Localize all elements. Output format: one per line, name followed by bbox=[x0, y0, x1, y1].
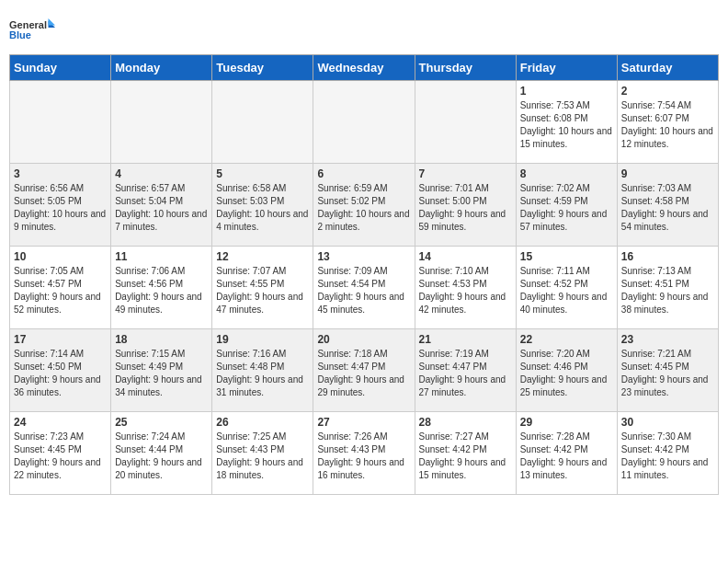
calendar-cell: 19Sunrise: 7:16 AM Sunset: 4:48 PM Dayli… bbox=[212, 329, 313, 412]
day-number: 1 bbox=[520, 85, 613, 98]
calendar-cell bbox=[415, 81, 516, 164]
calendar-cell bbox=[313, 81, 415, 164]
day-info: Sunrise: 7:23 AM Sunset: 4:45 PM Dayligh… bbox=[14, 431, 107, 482]
calendar-cell: 3Sunrise: 6:56 AM Sunset: 5:05 PM Daylig… bbox=[10, 164, 111, 247]
weekday-header-monday: Monday bbox=[111, 55, 212, 81]
calendar-cell: 30Sunrise: 7:30 AM Sunset: 4:42 PM Dayli… bbox=[617, 412, 718, 495]
day-info: Sunrise: 7:13 AM Sunset: 4:51 PM Dayligh… bbox=[621, 265, 714, 316]
weekday-header-saturday: Saturday bbox=[617, 55, 718, 81]
svg-text:Blue: Blue bbox=[9, 29, 31, 40]
calendar-cell: 18Sunrise: 7:15 AM Sunset: 4:49 PM Dayli… bbox=[111, 329, 212, 412]
day-number: 26 bbox=[216, 416, 309, 429]
calendar-cell: 13Sunrise: 7:09 AM Sunset: 4:54 PM Dayli… bbox=[313, 247, 415, 329]
calendar-cell: 21Sunrise: 7:19 AM Sunset: 4:47 PM Dayli… bbox=[415, 329, 516, 412]
calendar-cell: 29Sunrise: 7:28 AM Sunset: 4:42 PM Dayli… bbox=[516, 412, 617, 495]
calendar-cell: 12Sunrise: 7:07 AM Sunset: 4:55 PM Dayli… bbox=[212, 247, 313, 329]
weekday-header-thursday: Thursday bbox=[415, 55, 516, 81]
day-number: 3 bbox=[14, 167, 107, 180]
calendar-table: SundayMondayTuesdayWednesdayThursdayFrid… bbox=[9, 54, 719, 495]
weekday-header-sunday: Sunday bbox=[10, 55, 111, 81]
day-info: Sunrise: 6:57 AM Sunset: 5:04 PM Dayligh… bbox=[115, 182, 208, 234]
calendar-cell: 11Sunrise: 7:06 AM Sunset: 4:56 PM Dayli… bbox=[111, 247, 212, 329]
calendar-cell bbox=[10, 81, 111, 164]
day-number: 6 bbox=[317, 167, 410, 180]
day-info: Sunrise: 6:56 AM Sunset: 5:05 PM Dayligh… bbox=[14, 182, 107, 234]
day-info: Sunrise: 7:01 AM Sunset: 5:00 PM Dayligh… bbox=[419, 182, 512, 234]
day-info: Sunrise: 7:05 AM Sunset: 4:57 PM Dayligh… bbox=[14, 265, 107, 316]
day-number: 8 bbox=[520, 167, 613, 180]
weekday-header-wednesday: Wednesday bbox=[313, 55, 415, 81]
calendar-cell: 27Sunrise: 7:26 AM Sunset: 4:43 PM Dayli… bbox=[313, 412, 415, 495]
calendar-cell bbox=[212, 81, 313, 164]
day-number: 14 bbox=[419, 250, 512, 263]
day-info: Sunrise: 7:06 AM Sunset: 4:56 PM Dayligh… bbox=[115, 265, 208, 316]
calendar-cell: 20Sunrise: 7:18 AM Sunset: 4:47 PM Dayli… bbox=[313, 329, 415, 412]
day-info: Sunrise: 7:11 AM Sunset: 4:52 PM Dayligh… bbox=[520, 265, 613, 316]
day-info: Sunrise: 7:54 AM Sunset: 6:07 PM Dayligh… bbox=[621, 99, 714, 151]
calendar-cell: 22Sunrise: 7:20 AM Sunset: 4:46 PM Dayli… bbox=[516, 329, 617, 412]
day-info: Sunrise: 7:15 AM Sunset: 4:49 PM Dayligh… bbox=[115, 348, 208, 399]
logo-svg: General Blue bbox=[9, 9, 55, 51]
day-number: 18 bbox=[115, 333, 208, 346]
day-number: 10 bbox=[14, 250, 107, 263]
logo: General Blue bbox=[9, 9, 55, 51]
day-info: Sunrise: 7:30 AM Sunset: 4:42 PM Dayligh… bbox=[621, 431, 714, 482]
day-number: 7 bbox=[419, 167, 512, 180]
calendar-cell: 25Sunrise: 7:24 AM Sunset: 4:44 PM Dayli… bbox=[111, 412, 212, 495]
day-number: 15 bbox=[520, 250, 613, 263]
week-row-3: 10Sunrise: 7:05 AM Sunset: 4:57 PM Dayli… bbox=[10, 247, 719, 329]
day-info: Sunrise: 6:58 AM Sunset: 5:03 PM Dayligh… bbox=[216, 182, 309, 234]
day-info: Sunrise: 7:03 AM Sunset: 4:58 PM Dayligh… bbox=[621, 182, 714, 234]
svg-marker-3 bbox=[49, 18, 56, 26]
day-number: 29 bbox=[520, 416, 613, 429]
page-header: General Blue bbox=[9, 9, 719, 51]
day-info: Sunrise: 7:16 AM Sunset: 4:48 PM Dayligh… bbox=[216, 348, 309, 399]
calendar-cell: 17Sunrise: 7:14 AM Sunset: 4:50 PM Dayli… bbox=[10, 329, 111, 412]
week-row-2: 3Sunrise: 6:56 AM Sunset: 5:05 PM Daylig… bbox=[10, 164, 719, 247]
week-row-4: 17Sunrise: 7:14 AM Sunset: 4:50 PM Dayli… bbox=[10, 329, 719, 412]
day-info: Sunrise: 7:24 AM Sunset: 4:44 PM Dayligh… bbox=[115, 431, 208, 482]
day-number: 13 bbox=[317, 250, 410, 263]
day-number: 28 bbox=[419, 416, 512, 429]
calendar-cell: 16Sunrise: 7:13 AM Sunset: 4:51 PM Dayli… bbox=[617, 247, 718, 329]
day-number: 22 bbox=[520, 333, 613, 346]
week-row-5: 24Sunrise: 7:23 AM Sunset: 4:45 PM Dayli… bbox=[10, 412, 719, 495]
day-info: Sunrise: 6:59 AM Sunset: 5:02 PM Dayligh… bbox=[317, 182, 410, 234]
day-number: 5 bbox=[216, 167, 309, 180]
calendar-cell: 10Sunrise: 7:05 AM Sunset: 4:57 PM Dayli… bbox=[10, 247, 111, 329]
day-info: Sunrise: 7:07 AM Sunset: 4:55 PM Dayligh… bbox=[216, 265, 309, 316]
day-number: 20 bbox=[317, 333, 410, 346]
day-info: Sunrise: 7:18 AM Sunset: 4:47 PM Dayligh… bbox=[317, 348, 410, 399]
day-info: Sunrise: 7:27 AM Sunset: 4:42 PM Dayligh… bbox=[419, 431, 512, 482]
weekday-header-tuesday: Tuesday bbox=[212, 55, 313, 81]
day-info: Sunrise: 7:20 AM Sunset: 4:46 PM Dayligh… bbox=[520, 348, 613, 399]
day-number: 11 bbox=[115, 250, 208, 263]
day-info: Sunrise: 7:53 AM Sunset: 6:08 PM Dayligh… bbox=[520, 99, 613, 151]
day-number: 17 bbox=[14, 333, 107, 346]
calendar-cell: 2Sunrise: 7:54 AM Sunset: 6:07 PM Daylig… bbox=[617, 81, 718, 164]
weekday-header-friday: Friday bbox=[516, 55, 617, 81]
calendar-cell: 23Sunrise: 7:21 AM Sunset: 4:45 PM Dayli… bbox=[617, 329, 718, 412]
day-info: Sunrise: 7:21 AM Sunset: 4:45 PM Dayligh… bbox=[621, 348, 714, 399]
day-number: 23 bbox=[621, 333, 714, 346]
day-info: Sunrise: 7:28 AM Sunset: 4:42 PM Dayligh… bbox=[520, 431, 613, 482]
svg-text:General: General bbox=[9, 19, 47, 30]
calendar-cell: 26Sunrise: 7:25 AM Sunset: 4:43 PM Dayli… bbox=[212, 412, 313, 495]
day-number: 4 bbox=[115, 167, 208, 180]
calendar-cell: 1Sunrise: 7:53 AM Sunset: 6:08 PM Daylig… bbox=[516, 81, 617, 164]
day-number: 9 bbox=[621, 167, 714, 180]
calendar-cell: 4Sunrise: 6:57 AM Sunset: 5:04 PM Daylig… bbox=[111, 164, 212, 247]
day-info: Sunrise: 7:09 AM Sunset: 4:54 PM Dayligh… bbox=[317, 265, 410, 316]
calendar-cell: 8Sunrise: 7:02 AM Sunset: 4:59 PM Daylig… bbox=[516, 164, 617, 247]
week-row-1: 1Sunrise: 7:53 AM Sunset: 6:08 PM Daylig… bbox=[10, 81, 719, 164]
day-number: 24 bbox=[14, 416, 107, 429]
day-number: 12 bbox=[216, 250, 309, 263]
day-number: 25 bbox=[115, 416, 208, 429]
calendar-cell: 7Sunrise: 7:01 AM Sunset: 5:00 PM Daylig… bbox=[415, 164, 516, 247]
day-info: Sunrise: 7:19 AM Sunset: 4:47 PM Dayligh… bbox=[419, 348, 512, 399]
calendar-cell: 6Sunrise: 6:59 AM Sunset: 5:02 PM Daylig… bbox=[313, 164, 415, 247]
day-info: Sunrise: 7:25 AM Sunset: 4:43 PM Dayligh… bbox=[216, 431, 309, 482]
day-number: 30 bbox=[621, 416, 714, 429]
day-number: 21 bbox=[419, 333, 512, 346]
day-number: 27 bbox=[317, 416, 410, 429]
